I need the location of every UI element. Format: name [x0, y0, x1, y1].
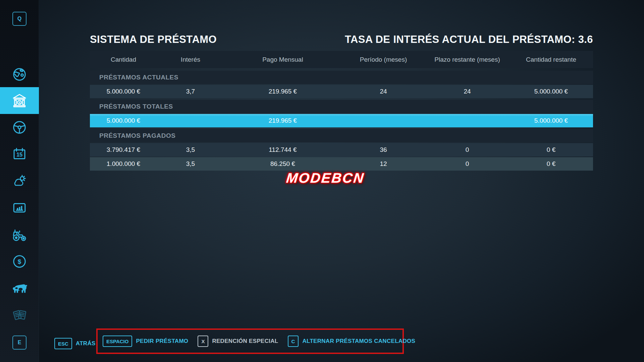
- cell-monthly-payment: 112.744 €: [224, 143, 341, 157]
- column-header: Plazo restante (meses): [425, 51, 509, 68]
- sidebar-item-calendar[interactable]: 15: [0, 141, 39, 168]
- table-row[interactable]: 3.790.417 € 3,5 112.744 € 36 0 0 €: [90, 143, 593, 157]
- sidebar-item-weather[interactable]: [0, 168, 39, 194]
- c-key-icon: C: [288, 336, 299, 347]
- cell-amount: 1.000.000 €: [90, 157, 157, 171]
- cell-period: [341, 114, 425, 127]
- cell-interest: [157, 114, 224, 127]
- esc-key-icon: ESC: [54, 338, 72, 349]
- back-shortcut[interactable]: ESC ATRÁS: [54, 338, 96, 349]
- page-title: SISTEMA DE PRÉSTAMO: [90, 34, 217, 46]
- cell-monthly-payment: 219.965 €: [224, 85, 341, 98]
- space-key-icon: ESPACIO: [103, 336, 132, 347]
- sidebar-item-finances[interactable]: $: [0, 87, 39, 114]
- special-redemption-label: REDENCIÓN ESPECIAL: [212, 338, 278, 345]
- svg-text:$: $: [18, 258, 21, 265]
- interest-rate-label: TASA DE INTERÉS ACTUAL DEL PRÉSTAMO: 3.6: [345, 34, 593, 46]
- cell-amount: 5.000.000 €: [90, 85, 157, 98]
- weather-icon: [11, 173, 28, 189]
- column-header: Pago Mensual: [224, 51, 341, 68]
- titlebar: SISTEMA DE PRÉSTAMO TASA DE INTERÉS ACTU…: [90, 34, 593, 46]
- sidebar-item-map[interactable]: [0, 61, 39, 88]
- request-loan-shortcut[interactable]: ESPACIO PEDIR PRÉSTAMO: [103, 336, 188, 347]
- sidebar-item-finance-overview[interactable]: $: [0, 248, 39, 275]
- svg-text:$: $: [18, 101, 20, 104]
- cell-remaining-term: 0: [425, 157, 509, 171]
- bank-finances-icon: $: [11, 92, 28, 109]
- cell-remaining-amount: 5.000.000 €: [509, 85, 593, 98]
- cell-interest: 3,7: [157, 85, 224, 98]
- menu-key-hint: Q: [0, 5, 39, 32]
- x-key-icon: X: [198, 336, 208, 347]
- cell-remaining-term: 24: [425, 85, 509, 98]
- annotation-rectangle: ESPACIO PEDIR PRÉSTAMO X REDENCIÓN ESPEC…: [96, 328, 404, 354]
- column-header: Interés: [157, 51, 224, 68]
- sidebar-item-garage[interactable]: [0, 221, 39, 248]
- cell-period: 36: [341, 143, 425, 157]
- special-redemption-shortcut[interactable]: X REDENCIÓN ESPECIAL: [198, 336, 278, 347]
- loan-system-screen: Q $: [0, 0, 644, 362]
- section-header-current-loans: PRÉSTAMOS ACTUALES: [90, 71, 593, 84]
- toggle-cancelled-loans-label: ALTERNAR PRÉSTAMOS CANCELADOS: [302, 338, 415, 345]
- sidebar-item-statistics[interactable]: [0, 194, 39, 221]
- column-header: Período (meses): [341, 51, 425, 68]
- column-header: Cantidad restante: [509, 51, 593, 68]
- table-row[interactable]: 1.000.000 € 3,5 86.250 € 12 0 0 €: [90, 157, 593, 171]
- cell-amount: 5.000.000 €: [90, 114, 157, 127]
- table-row-selected[interactable]: 5.000.000 € 219.965 € 5.000.000 €: [90, 114, 593, 127]
- section-header-total-loans: PRÉSTAMOS TOTALES: [90, 100, 593, 113]
- e-key-icon: E: [12, 336, 26, 350]
- table-header-row: Cantidad Interés Pago Mensual Período (m…: [90, 51, 593, 68]
- cell-remaining-amount: 0 €: [509, 143, 593, 157]
- cell-monthly-payment: 219.965 €: [224, 114, 341, 127]
- request-loan-label: PEDIR PRÉSTAMO: [136, 338, 188, 345]
- toggle-key-hint: E: [0, 329, 39, 356]
- steering-wheel-icon: [11, 119, 28, 135]
- q-key-icon: Q: [12, 12, 26, 26]
- tractor-icon: [11, 226, 28, 243]
- money-icon: $: [11, 253, 28, 269]
- cell-period: 24: [341, 85, 425, 98]
- section-header-paid-loans: PRÉSTAMOS PAGADOS: [90, 129, 593, 142]
- cell-remaining-term: [425, 114, 509, 127]
- toggle-cancelled-loans-shortcut[interactable]: C ALTERNAR PRÉSTAMOS CANCELADOS: [288, 336, 416, 347]
- svg-text:15: 15: [16, 152, 22, 158]
- modebcn-watermark: MODEBCN: [234, 170, 417, 186]
- cell-period: 12: [341, 157, 425, 171]
- loan-table: Cantidad Interés Pago Mensual Período (m…: [90, 51, 593, 171]
- sidebar-item-animals[interactable]: [0, 275, 39, 302]
- statistics-icon: [11, 200, 28, 216]
- calendar-icon: 15: [11, 146, 28, 162]
- column-header: Cantidad: [90, 51, 157, 68]
- animals-icon: [11, 280, 28, 297]
- globe-icon: [11, 66, 28, 82]
- cell-remaining-amount: 5.000.000 €: [509, 114, 593, 127]
- cell-remaining-term: 0: [425, 143, 509, 157]
- back-label: ATRÁS: [76, 340, 96, 347]
- cell-interest: 3,5: [157, 143, 224, 157]
- cell-remaining-amount: 0 €: [509, 157, 593, 171]
- sidebar-item-contracts[interactable]: [0, 302, 39, 328]
- cell-amount: 3.790.417 €: [90, 143, 157, 157]
- table-row[interactable]: 5.000.000 € 3,7 219.965 € 24 24 5.000.00…: [90, 85, 593, 98]
- cell-interest: 3,5: [157, 157, 224, 171]
- sidebar-item-vehicles[interactable]: [0, 114, 39, 141]
- cell-monthly-payment: 86.250 €: [224, 157, 341, 171]
- sidebar: Q $: [0, 0, 39, 362]
- contracts-icon: [11, 307, 28, 323]
